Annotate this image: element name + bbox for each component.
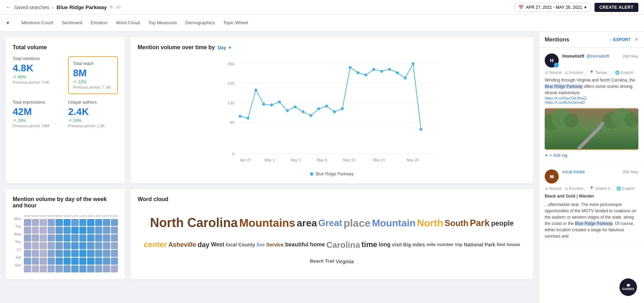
heatmap-cell[interactable] (64, 258, 71, 265)
word-cloud-word[interactable]: West (211, 241, 224, 249)
word-cloud-word[interactable]: place (344, 216, 371, 230)
heatmap-cell[interactable] (95, 265, 102, 272)
word-cloud-word[interactable]: North Carolina (150, 215, 238, 231)
heatmap-cell[interactable] (79, 219, 87, 226)
heatmap-cell[interactable] (95, 242, 102, 249)
word-cloud-word[interactable]: center (144, 240, 167, 250)
heatmap-cell[interactable] (24, 234, 31, 241)
word-cloud-word[interactable]: visit (392, 241, 402, 248)
word-cloud-word[interactable]: time (361, 240, 377, 250)
heatmap-cell[interactable] (48, 219, 55, 226)
heatmap-cell[interactable] (71, 227, 79, 234)
heatmap-cell[interactable] (32, 219, 39, 226)
heatmap-cell[interactable] (103, 242, 110, 249)
nav-item-mentions-count[interactable]: Mentions Count (21, 15, 53, 31)
heatmap-cell[interactable] (55, 265, 63, 272)
heatmap-cell[interactable] (48, 234, 55, 241)
nav-item-sentiment[interactable]: Sentiment (62, 15, 82, 31)
word-cloud-word[interactable]: Park (470, 217, 490, 229)
edit-icon[interactable]: ✎ (109, 5, 113, 10)
close-panel-button[interactable]: × (635, 36, 638, 43)
heatmap-cell[interactable] (24, 258, 31, 265)
heatmap-cell[interactable] (40, 250, 47, 257)
word-cloud-word[interactable]: find (497, 242, 505, 248)
heatmap-cell[interactable] (111, 242, 118, 249)
heatmap-cell[interactable] (103, 227, 110, 234)
heatmap-cell[interactable] (111, 265, 118, 272)
word-cloud-word[interactable]: trip (455, 242, 463, 248)
back-button[interactable]: ← (6, 4, 11, 11)
heatmap-cell[interactable] (40, 258, 47, 265)
heatmap-cell[interactable] (24, 250, 31, 257)
word-cloud-word[interactable]: people (491, 219, 513, 228)
username[interactable]: Homelistfl (562, 53, 584, 59)
date-range-button[interactable]: 📅 APR 27, 2021 - MAY 26, 2021 ▾ (514, 3, 590, 12)
heatmap-cell[interactable] (40, 242, 47, 249)
heatmap-cell[interactable] (64, 219, 71, 226)
heatmap-cell[interactable] (95, 227, 102, 234)
nav-item-topic-wheel[interactable]: Topic Wheel (223, 15, 248, 31)
add-tag-button[interactable]: ✦ + Add tag (545, 153, 638, 158)
heatmap-cell[interactable] (48, 250, 55, 257)
word-cloud-word[interactable]: Carolina (326, 239, 360, 250)
heatmap-cell[interactable] (111, 227, 118, 234)
heatmap-cell[interactable] (40, 219, 47, 226)
word-cloud-word[interactable]: Beach (310, 258, 324, 264)
heatmap-cell[interactable] (55, 227, 63, 234)
word-cloud-word[interactable]: local (226, 241, 237, 248)
mention-link-1[interactable]: https://t.co/SavTdc3KaQ (545, 96, 638, 100)
word-cloud-word[interactable]: miles (412, 241, 425, 248)
nav-item-word-cloud[interactable]: Word Cloud (116, 15, 140, 31)
word-cloud-word[interactable]: South (445, 218, 469, 228)
heatmap-cell[interactable] (24, 265, 31, 272)
user-handle[interactable]: vocal.media (562, 169, 585, 174)
heatmap-cell[interactable] (79, 234, 87, 241)
heatmap-cell[interactable] (55, 242, 63, 249)
heatmap-cell[interactable] (55, 234, 63, 241)
heatmap-cell[interactable] (103, 265, 110, 272)
heatmap-cell[interactable] (71, 250, 79, 257)
word-cloud-word[interactable]: Mountains (239, 216, 295, 231)
word-cloud-word[interactable]: area (297, 217, 317, 230)
heatmap-cell[interactable] (55, 258, 63, 265)
word-cloud-word[interactable]: house (506, 242, 520, 248)
heatmap-cell[interactable] (48, 227, 55, 234)
word-cloud-word[interactable]: Asheville (168, 241, 196, 249)
heatmap-cell[interactable] (32, 258, 39, 265)
heatmap-cell[interactable] (95, 234, 102, 241)
heatmap-cell[interactable] (103, 250, 110, 257)
user-handle[interactable]: @Homelistfl (586, 54, 609, 59)
word-cloud-word[interactable]: Great (318, 217, 342, 229)
heatmap-cell[interactable] (32, 242, 39, 249)
breadcrumb-saved[interactable]: Saved searches (14, 5, 49, 10)
heatmap-cell[interactable] (32, 250, 39, 257)
word-cloud-word[interactable]: North (417, 217, 443, 230)
word-cloud-word[interactable]: live (257, 241, 265, 248)
heatmap-cell[interactable] (40, 265, 47, 272)
heatmap-cell[interactable] (79, 250, 87, 257)
heatmap-cell[interactable] (79, 265, 87, 272)
heatmap-cell[interactable] (32, 227, 39, 234)
heatmap-cell[interactable] (64, 265, 71, 272)
word-cloud-word[interactable]: day (198, 240, 210, 249)
word-cloud-word[interactable]: Virginia (336, 258, 354, 265)
word-cloud-word[interactable]: County (238, 241, 255, 248)
heatmap-cell[interactable] (48, 265, 55, 272)
heatmap-cell[interactable] (24, 227, 31, 234)
word-cloud-word[interactable]: Service (266, 241, 284, 248)
heatmap-cell[interactable] (40, 234, 47, 241)
word-cloud-word[interactable]: beautiful (285, 241, 308, 249)
heatmap-cell[interactable] (71, 258, 79, 265)
heatmap-cell[interactable] (95, 219, 102, 226)
heatmap-cell[interactable] (103, 258, 110, 265)
heatmap-cell[interactable] (87, 265, 94, 272)
heatmap-cell[interactable] (87, 234, 94, 241)
mention-link-2[interactable]: https://t.co/lkcfvDamwD (545, 100, 638, 104)
heatmap-cell[interactable] (87, 258, 94, 265)
export-button[interactable]: ↑ EXPORT (610, 37, 630, 42)
heatmap-cell[interactable] (64, 250, 71, 257)
heatmap-cell[interactable] (64, 242, 71, 249)
heatmap-cell[interactable] (79, 242, 87, 249)
heatmap-cell[interactable] (48, 258, 55, 265)
word-cloud-word[interactable]: home (310, 241, 325, 249)
